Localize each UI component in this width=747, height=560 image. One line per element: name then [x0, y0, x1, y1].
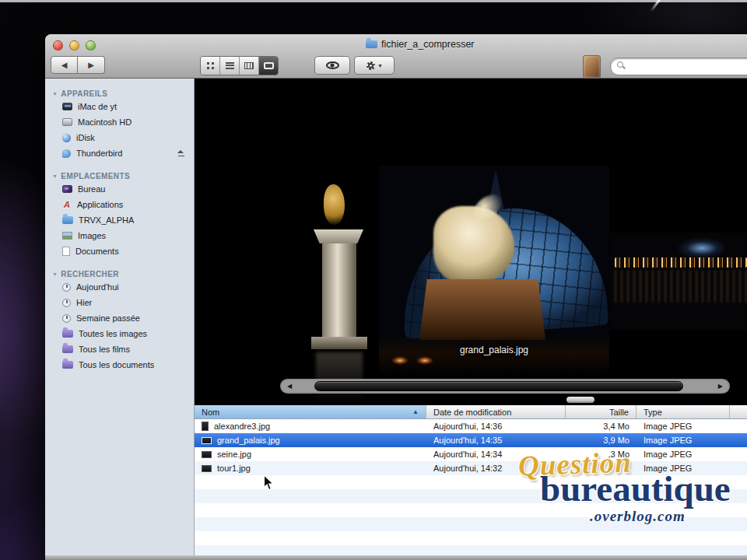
sidebar-item-macintosh-hd[interactable]: Macintosh HD — [45, 114, 194, 130]
column-base — [311, 337, 367, 349]
sidebar-item-semaine-passee[interactable]: Semaine passée — [45, 310, 194, 326]
view-mode-segmented-control — [200, 56, 279, 75]
file-date-cell: Aujourd'hui, 14:34 — [426, 450, 566, 459]
sidebar-item-imac[interactable]: iMac de yt — [45, 99, 194, 114]
coverflow-item-seine[interactable] — [610, 233, 747, 330]
section-label: EMPLACEMENTS — [61, 172, 130, 180]
gold-statue — [324, 184, 345, 225]
search-field[interactable] — [610, 58, 747, 75]
sidebar-item-trvx-alpha[interactable]: TRVX_ALPHA — [45, 212, 194, 228]
section-header-rechercher[interactable]: ▼ RECHERCHER — [45, 268, 194, 279]
chevron-down-icon: ▾ — [378, 62, 381, 69]
pane-resize-handle[interactable] — [566, 397, 594, 403]
section-label: APPAREILS — [61, 89, 107, 98]
search-input[interactable] — [630, 59, 747, 74]
minimize-button[interactable] — [69, 40, 79, 51]
scroll-left-icon[interactable]: ◀ — [287, 381, 292, 391]
sidebar-section-places: ▼ EMPLACEMENTS Bureau A Applications TRV… — [45, 170, 194, 259]
section-header-appareils[interactable]: ▼ APPAREILS — [45, 88, 194, 99]
file-type-cell: Image JPEG — [637, 422, 730, 431]
river-reflection — [615, 270, 747, 303]
documents-icon — [62, 247, 70, 256]
column-view-icon — [244, 62, 254, 69]
column-header-type[interactable]: Type — [637, 405, 730, 418]
action-button[interactable]: ▾ — [354, 56, 395, 75]
table-row-grand-palais-selected[interactable]: grand_palais.jpg Aujourd'hui, 14:35 3,9 … — [195, 433, 747, 447]
window-title: fichier_a_compresser — [381, 39, 475, 50]
table-row-tour1[interactable]: tour1.jpg Aujourd'hui, 14:32 Image JPEG — [195, 461, 747, 475]
toolbar-image-thumbnail[interactable] — [583, 55, 601, 79]
sidebar-item-images[interactable]: Images — [45, 228, 194, 243]
clock-icon — [62, 283, 71, 292]
sidebar-item-aujourdhui[interactable]: Aujourd'hui — [45, 279, 194, 295]
empty-list-stripe — [195, 475, 747, 489]
search-icon — [617, 61, 623, 68]
sidebar-item-toutes-les-images[interactable]: Toutes les images — [45, 326, 194, 341]
street-light — [391, 356, 409, 365]
disclosure-triangle-icon: ▼ — [52, 91, 58, 96]
sidebar-item-idisk[interactable]: iDisk — [45, 130, 194, 145]
toolbar: ◀ ▶ ▾ — [45, 55, 747, 75]
coverflow-scrollbar[interactable]: ◀ ▶ — [280, 379, 730, 394]
sidebar-item-documents[interactable]: Documents — [45, 243, 194, 259]
gear-icon — [366, 61, 375, 70]
coverflow-view-icon — [264, 62, 274, 69]
sidebar-item-bureau[interactable]: Bureau — [45, 181, 194, 197]
coverflow-view-button[interactable] — [259, 57, 278, 75]
file-list: Nom ▲ Date de modification Taille Type a… — [195, 405, 747, 555]
back-button[interactable]: ◀ — [51, 56, 78, 74]
column-header-name[interactable]: Nom ▲ — [195, 405, 426, 418]
scroll-right-icon[interactable]: ▶ — [718, 381, 723, 391]
titlebar[interactable]: fichier_a_compresser ◀ ▶ ▾ — [45, 34, 747, 79]
file-type-cell: Image JPEG — [637, 464, 730, 473]
sidebar-item-hier[interactable]: Hier — [45, 295, 194, 310]
forward-icon: ▶ — [88, 61, 94, 69]
list-view-button[interactable] — [220, 57, 240, 75]
sidebar-section-devices: ▼ APPAREILS iMac de yt Macintosh HD iDis… — [45, 88, 194, 161]
eye-icon — [326, 61, 339, 69]
images-icon — [62, 232, 72, 240]
file-type-cell: Image JPEG — [637, 450, 730, 459]
zoom-button[interactable] — [86, 40, 96, 51]
icon-view-button[interactable] — [201, 57, 220, 75]
imac-icon — [62, 103, 72, 110]
image-file-icon — [202, 437, 212, 444]
sidebar-item-thunderbird[interactable]: Thunderbird — [45, 145, 194, 161]
list-header: Nom ▲ Date de modification Taille Type — [195, 405, 747, 419]
idisk-icon — [62, 134, 71, 142]
window-content: ▼ APPAREILS iMac de yt Macintosh HD iDis… — [45, 79, 747, 555]
column-header-size[interactable]: Taille — [566, 405, 637, 418]
sidebar-item-tous-les-documents[interactable]: Tous les documents — [45, 357, 194, 373]
file-name-cell: grand_palais.jpg — [195, 436, 426, 445]
column-header-filler — [730, 405, 747, 418]
file-size-cell: 3,4 Mo — [566, 422, 637, 431]
eject-icon[interactable] — [177, 150, 184, 156]
section-header-emplacements[interactable]: ▼ EMPLACEMENTS — [45, 170, 194, 181]
table-row-seine[interactable]: seine.jpg Aujourd'hui, 14:34 ,3 Mo Image… — [195, 447, 747, 461]
file-date-cell: Aujourd'hui, 14:35 — [426, 436, 566, 445]
sidebar-item-tous-les-films[interactable]: Tous les films — [45, 341, 194, 357]
folder-icon — [62, 216, 73, 224]
column-view-button[interactable] — [240, 57, 259, 75]
forward-button[interactable]: ▶ — [78, 56, 105, 74]
file-name-cell: alexandre3.jpg — [195, 422, 426, 431]
sidebar-item-applications[interactable]: A Applications — [45, 197, 194, 212]
coverflow-item-alexandre3[interactable] — [235, 116, 391, 384]
coverflow-area: grand_palais.jpg ◀ ▶ — [195, 79, 747, 405]
smart-folder-icon — [62, 330, 73, 338]
file-name-cell: seine.jpg — [195, 450, 426, 459]
table-row-alexandre3[interactable]: alexandre3.jpg Aujourd'hui, 14:36 3,4 Mo… — [195, 419, 747, 433]
coverflow-scrollbar-thumb[interactable] — [314, 381, 683, 391]
empty-list-stripe — [195, 545, 747, 555]
list-view-icon — [226, 62, 234, 69]
column-shaft — [322, 243, 356, 338]
close-button[interactable] — [53, 40, 63, 51]
disclosure-triangle-icon: ▼ — [52, 271, 58, 277]
desktop: fichier_a_compresser ◀ ▶ ▾ — [0, 0, 747, 560]
column-header-date[interactable]: Date de modification — [426, 405, 566, 418]
image-file-icon — [202, 451, 212, 458]
quicklook-button[interactable] — [314, 56, 350, 75]
file-date-cell: Aujourd'hui, 14:32 — [426, 464, 566, 473]
stone-pedestal — [419, 279, 545, 340]
desktop-icon — [62, 185, 72, 193]
